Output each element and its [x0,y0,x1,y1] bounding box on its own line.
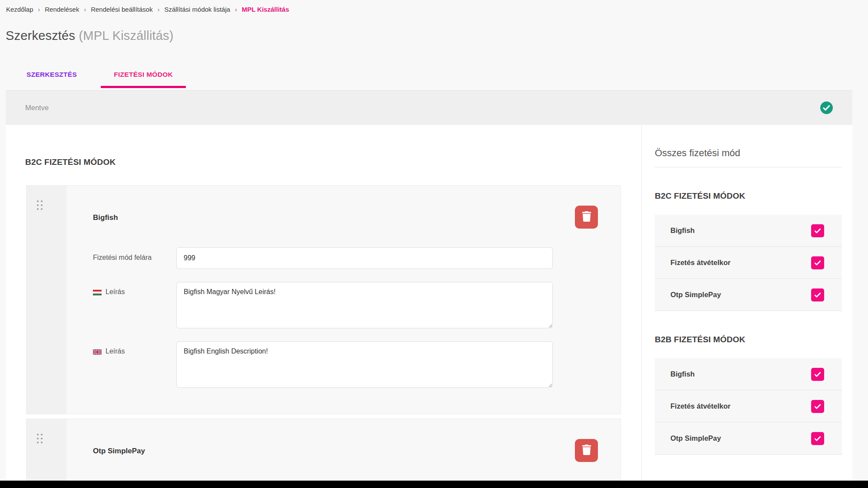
page-title-suffix-text: (MPL Kiszállitás) [79,29,173,43]
sidebar-group-title-b2c: B2C FIZETÉSI MÓDOK [655,191,842,201]
breadcrumb: Kezdőlap › Rendelések › Rendelési beállí… [6,6,289,13]
list-item-otp-simplepay: Otp SimplePay [655,422,842,455]
description-textarea-hu[interactable]: Bigfish Magyar Nyelvű Leirás! [176,282,553,328]
payment-method-name: Bigfish [93,213,598,222]
bottom-black-bar [0,481,868,488]
description-textarea-en[interactable]: Bigfish English Description! [176,341,553,388]
card-drag-strip [26,186,66,414]
description-row-en: Leírás Bigfish English Description! [93,341,598,388]
fee-row: Fizetési mód felára [93,247,598,269]
drag-handle-icon[interactable] [35,432,44,445]
checkbox-checked-icon[interactable] [811,224,824,237]
checkbox-checked-icon[interactable] [811,400,824,413]
tab-fizetesi-modok[interactable]: FIZETÉSI MÓDOK [101,65,186,88]
list-item-label: Fizetés átvételkor [670,402,730,410]
list-item-fizetes-atvetelkor: Fizetés átvételkor [655,390,842,422]
sidebar-group-list-b2b: Bigfish Fizetés átvételkor Otp SimplePay [655,358,842,455]
section-title-b2c: B2C FIZETÉSI MÓDOK [25,157,641,167]
trash-icon [582,211,591,223]
check-circle-icon [820,102,833,114]
page-title: Szerkesztés (MPL Kiszállitás) [6,29,174,43]
hungary-flag-icon [93,289,102,295]
list-item-fizetes-atvetelkor: Fizetés átvételkor [655,247,842,279]
list-item-label: Fizetés átvételkor [670,259,730,267]
sidebar-all-payment-methods: Összes fizetési mód B2C FIZETÉSI MÓDOK B… [642,125,852,488]
checkbox-checked-icon[interactable] [811,432,824,445]
payment-method-name: Otp SimplePay [93,447,598,455]
card-body: Otp SimplePay Fizetési mód felára [66,419,620,488]
description-label-hu: Leírás [93,282,176,296]
card-drag-strip [26,419,66,488]
checkbox-checked-icon[interactable] [811,256,824,269]
delete-button[interactable] [575,206,598,229]
list-item-label: Otp SimplePay [670,434,721,442]
breadcrumb-link-order-settings[interactable]: Rendelési beállítások [91,6,153,13]
fee-input[interactable] [176,247,553,269]
list-item-bigfish: Bigfish [655,358,842,390]
list-item-label: Bigfish [670,370,695,378]
content-panel: B2C FIZETÉSI MÓDOK Bigfish Fizetési mód … [6,125,852,488]
sidebar-divider [655,167,842,167]
tab-szerkesztes[interactable]: SZERKESZTÉS [13,65,90,88]
main-column: B2C FIZETÉSI MÓDOK Bigfish Fizetési mód … [6,125,641,488]
description-label-text: Leírás [106,288,125,296]
delete-button[interactable] [575,439,598,462]
breadcrumb-link-home[interactable]: Kezdőlap [6,6,33,13]
uk-flag-icon [93,349,102,354]
status-text: Mentve [25,104,49,112]
breadcrumb-link-shipping-methods[interactable]: Szállítási módok listája [164,6,230,13]
card-body: Bigfish Fizetési mód felára Leírá [66,186,620,414]
payment-method-card-otp-simplepay: Otp SimplePay Fizetési mód felára [26,419,621,488]
breadcrumb-current: MPL Kiszállitás [242,6,289,13]
description-label-text: Leírás [106,347,125,355]
checkbox-checked-icon[interactable] [811,288,824,301]
description-row-hu: Leírás Bigfish Magyar Nyelvű Leirás! [93,282,598,328]
description-label-en: Leírás [93,341,176,355]
trash-icon [582,445,591,456]
breadcrumb-separator: › [38,6,40,13]
page-title-main: Szerkesztés [6,29,75,43]
breadcrumb-link-orders[interactable]: Rendelések [45,6,79,13]
sidebar-group-title-b2b: B2B FIZETÉSI MÓDOK [655,335,842,344]
drag-handle-icon[interactable] [35,199,44,212]
list-item-bigfish: Bigfish [655,215,842,247]
fee-label: Fizetési mód felára [93,247,176,262]
sidebar-group-list-b2c: Bigfish Fizetés átvételkor Otp SimplePay [655,215,842,311]
breadcrumb-separator: › [235,6,237,13]
sidebar-title: Összes fizetési mód [655,147,842,159]
list-item-otp-simplepay: Otp SimplePay [655,279,842,311]
status-bar: Mentve [6,90,852,125]
checkbox-checked-icon[interactable] [811,368,824,381]
breadcrumb-separator: › [158,6,160,13]
list-item-label: Otp SimplePay [670,291,721,299]
payment-method-card-bigfish: Bigfish Fizetési mód felára Leírá [26,185,621,414]
tab-bar: SZERKESZTÉS FIZETÉSI MÓDOK [6,65,186,88]
list-item-label: Bigfish [670,226,695,235]
breadcrumb-separator: › [84,6,86,13]
